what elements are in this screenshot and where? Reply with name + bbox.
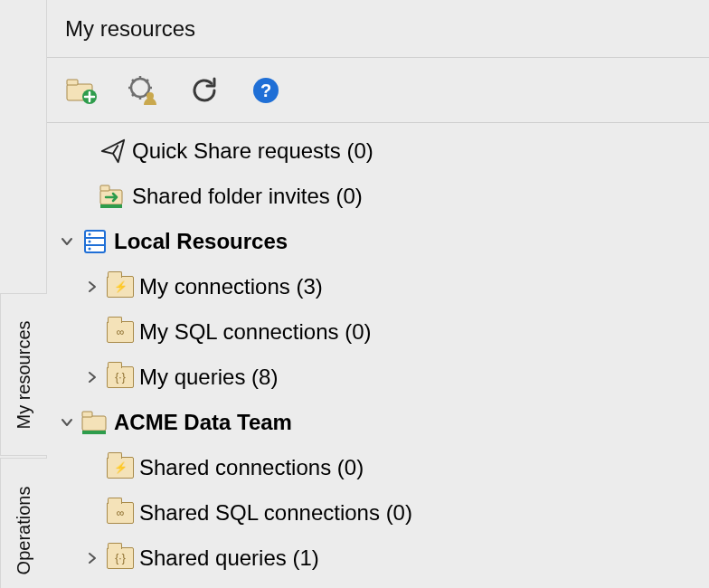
chevron-right-icon[interactable]	[80, 551, 105, 565]
help-button[interactable]: ?	[250, 74, 282, 107]
svg-rect-24	[82, 416, 106, 431]
toolbar: ?	[47, 58, 709, 123]
tree-item-label: ACME Data Team	[114, 410, 292, 435]
tree-item-my-sql-connections[interactable]: ∞ My SQL connections (0)	[72, 309, 709, 355]
tree-item-label: Shared queries (1)	[139, 545, 319, 571]
tree-item-shared-queries[interactable]: {·} Shared queries (1)	[72, 536, 709, 581]
tree-item-shared-invites[interactable]: Shared folder invites (0)	[90, 174, 709, 219]
svg-rect-17	[100, 204, 122, 208]
tree-item-shared-connections[interactable]: ⚡ Shared connections (0)	[72, 445, 709, 490]
svg-rect-26	[82, 431, 106, 434]
tree-item-label: My queries (8)	[139, 365, 278, 390]
svg-text:?: ?	[260, 81, 271, 100]
help-icon: ?	[252, 77, 279, 104]
storage-icon	[80, 226, 110, 257]
tree-item-label: My SQL connections (0)	[139, 319, 372, 345]
svg-rect-16	[100, 185, 109, 191]
chevron-right-icon[interactable]	[80, 280, 105, 294]
tree-item-local-resources[interactable]: Local Resources	[47, 219, 709, 264]
tree-item-label: Shared folder invites (0)	[132, 184, 363, 209]
svg-point-21	[89, 233, 91, 236]
paper-plane-icon	[98, 136, 128, 166]
chevron-right-icon[interactable]	[80, 370, 105, 384]
shared-folder-icon	[98, 181, 128, 212]
folder-sql-icon: ∞	[105, 317, 136, 347]
panel: My resources	[47, 0, 709, 588]
tree-item-label: Quick Share requests (0)	[132, 138, 373, 164]
tree-item-label: My connections (3)	[139, 274, 323, 299]
config-button[interactable]	[127, 74, 159, 107]
tree-item-label: Local Resources	[114, 229, 288, 254]
svg-rect-1	[67, 80, 78, 85]
tree-item-acme[interactable]: ACME Data Team	[47, 400, 709, 445]
folder-queries-icon: {·}	[105, 362, 136, 393]
tree-item-quick-share[interactable]: Quick Share requests (0)	[90, 128, 709, 174]
tree-item-label: Shared connections (0)	[139, 455, 364, 480]
folder-connection-icon: ⚡	[105, 271, 136, 302]
folder-connection-icon: ⚡	[105, 452, 136, 483]
tree-item-my-connections[interactable]: ⚡ My connections (3)	[72, 264, 709, 309]
tree-item-shared-sql-connections[interactable]: ∞ Shared SQL connections (0)	[72, 490, 709, 536]
folder-sql-icon: ∞	[105, 498, 136, 528]
tab-my-resources-label: My resources	[14, 320, 34, 429]
svg-point-22	[89, 241, 91, 243]
chevron-down-icon[interactable]	[54, 234, 80, 249]
team-folder-icon	[80, 407, 110, 438]
svg-point-23	[89, 248, 91, 251]
folder-plus-icon	[66, 77, 97, 104]
tree-item-my-queries[interactable]: {·} My queries (8)	[72, 355, 709, 400]
resource-tree: Quick Share requests (0) Shared folder i…	[47, 123, 709, 588]
svg-rect-25	[82, 412, 92, 417]
gear-user-icon	[128, 75, 158, 106]
tree-item-label: Shared SQL connections (0)	[139, 500, 412, 526]
chevron-down-icon[interactable]	[54, 415, 80, 430]
folder-queries-icon: {·}	[105, 543, 136, 574]
tab-operations-label: Operations	[14, 487, 34, 575]
panel-title: My resources	[65, 16, 195, 42]
new-folder-button[interactable]	[65, 74, 98, 107]
tab-operations[interactable]: Operations	[0, 458, 47, 588]
panel-title-bar: My resources	[47, 0, 709, 58]
side-tabs: My resources Operations	[0, 0, 47, 588]
svg-rect-18	[85, 231, 105, 252]
refresh-icon	[189, 75, 220, 106]
refresh-button[interactable]	[188, 74, 221, 107]
tab-my-resources[interactable]: My resources	[0, 293, 47, 456]
app-root: My resources Operations My resources	[0, 0, 709, 588]
